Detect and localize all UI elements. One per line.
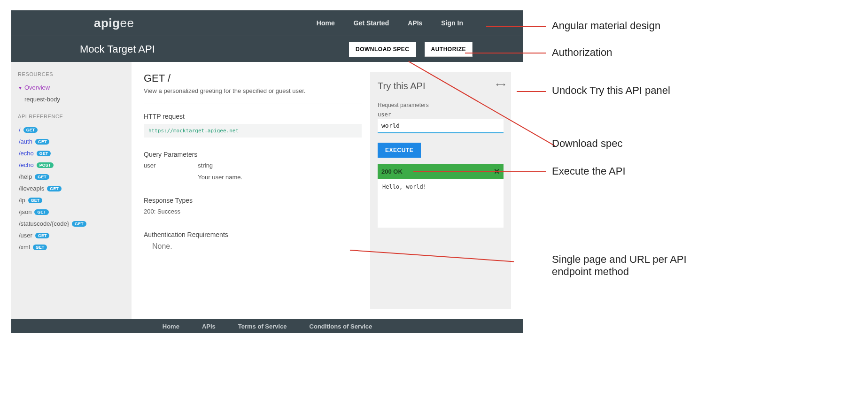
brand-part2: ee [120,16,134,30]
footer-apis[interactable]: APIs [202,323,216,330]
sidebar-item-iloveapis[interactable]: /iloveapis GET [18,183,125,194]
method-badge-get: GET [35,139,50,145]
method-badge-get: GET [23,127,38,133]
sidebar-item-request-body[interactable]: request-body [18,93,125,105]
sidebar-item-path: /xml [19,244,30,251]
response-200: 200: Success [144,208,362,215]
method-badge-post: POST [37,162,54,168]
callout-execute: Execute the API [552,165,626,177]
divider [144,104,362,104]
sidebar-item-path: /statuscode/{code} [19,220,69,227]
method-badge-get: GET [33,245,47,250]
body: RESOURCES ▾ Overview request-body API RE… [11,62,523,319]
sidebar-item-json[interactable]: /json GET [18,206,125,218]
nav-get-started[interactable]: Get Started [354,19,389,27]
callout-authorization: Authorization [552,46,612,59]
query-params-table: user string Your user name. [144,162,362,181]
sidebar-item-echo-get[interactable]: /echo GET [18,147,125,159]
sidebar-item-path: /help [19,173,32,180]
chevron-down-icon: ▾ [19,84,22,91]
sidebar-item-path: /echo [19,161,34,168]
annotation-line [517,91,546,92]
sidebar-item-path: / [19,126,21,133]
callout-material-design: Angular material design [552,20,660,32]
method-badge-get: GET [47,186,62,191]
sidebar-item-overview[interactable]: ▾ Overview [18,82,125,93]
sidebar-item-label: request-body [24,96,60,103]
method-badge-get: GET [72,221,86,227]
qp-desc: Your user name. [198,174,242,181]
nav-sign-in[interactable]: Sign In [441,19,463,27]
user-input[interactable] [378,119,504,133]
sidebar-item-path: /echo [19,150,34,157]
annotation-line [486,26,546,27]
auth-none: None. [144,242,362,251]
sidebar-item-path: /user [19,232,32,239]
page-title: Mock Target API [80,43,155,55]
sidebar-item-path: /ip [19,197,25,204]
footer-home[interactable]: Home [163,323,179,330]
footer: Home APIs Terms of Service Conditions of… [11,319,523,333]
sidebar-item-auth[interactable]: /auth GET [18,136,125,147]
callout-download-spec: Download spec [552,138,622,150]
sidebar: RESOURCES ▾ Overview request-body API RE… [11,62,132,319]
sidebar-item-ip[interactable]: /ip GET [18,194,125,206]
execute-button[interactable]: EXECUTE [378,143,421,158]
sidebar-item-path: /json [19,208,31,215]
nav-apis[interactable]: APIs [408,19,422,27]
method-badge-get: GET [37,151,51,156]
endpoint-title: GET / [144,72,362,84]
topbar: apigee Home Get Started APIs Sign In [11,10,523,36]
section-http-request: HTTP request [144,113,362,120]
sidebar-item-root[interactable]: / GET [18,124,125,136]
annotation-line [465,53,546,54]
section-response-types: Response Types [144,197,362,204]
sidebar-heading-api-ref: API REFERENCE [18,114,125,119]
section-auth-req: Authentication Requirements [144,231,362,238]
download-spec-button[interactable]: DOWNLOAD SPEC [349,42,416,57]
callout-undock: Undock Try this API panel [552,84,674,97]
method-badge-get: GET [28,198,43,203]
footer-cos[interactable]: Conditions of Service [310,323,372,330]
sidebar-item-path: /auth [19,138,32,145]
sidebar-item-echo-post[interactable]: /echo POST [18,159,125,171]
sidebar-item-help[interactable]: /help GET [18,171,125,183]
qp-type: string [198,162,242,169]
authorize-button[interactable]: AUTHORIZE [425,42,473,57]
footer-tos[interactable]: Terms of Service [238,323,287,330]
brand-part1: apig [94,16,120,30]
sidebar-item-statuscode[interactable]: /statuscode/{code} GET [18,218,125,229]
sidebar-heading-resources: RESOURCES [18,71,125,77]
section-query-params: Query Parameters [144,151,362,158]
subheader: Mock Target API DOWNLOAD SPEC AUTHORIZE [11,36,523,62]
method-badge-get: GET [34,209,49,215]
sidebar-item-path: /iloveapis [19,185,44,192]
http-request-url: https://mocktarget.apigee.net [144,124,362,138]
method-badge-get: GET [35,233,50,238]
sidebar-item-user[interactable]: /user GET [18,229,125,241]
annotation-line [413,171,546,172]
main: GET / View a personalized greeting for t… [132,62,523,319]
callout-single-page: Single page and URL per API endpoint met… [552,253,693,278]
sidebar-item-xml[interactable]: /xml GET [18,241,125,253]
try-api-title: Try this API [378,81,504,92]
response-body: Hello, world! [378,179,504,228]
sidebar-item-label: Overview [24,84,50,91]
doc: GET / View a personalized greeting for t… [144,72,370,309]
nav-home[interactable]: Home [317,19,335,27]
status-text: 200 OK [381,168,403,175]
undock-icon[interactable]: ⟷ [496,81,505,88]
method-badge-get: GET [35,174,49,180]
brand-logo: apigee [94,16,134,31]
endpoint-desc: View a personalized greeting for the spe… [144,87,362,94]
qp-name: user [144,162,155,169]
field-label-user: user [378,111,504,118]
